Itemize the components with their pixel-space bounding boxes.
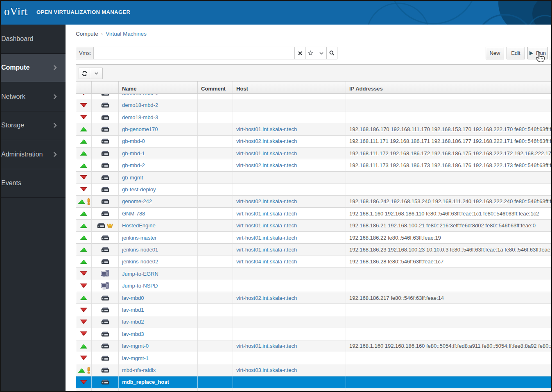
table-row-jenkins-master[interactable]: jenkins-mastervirt-host01.int.skala-r.te… (76, 232, 551, 244)
vm-name-link[interactable]: Jump-to-EGRN (122, 271, 158, 277)
caret-down-icon (95, 72, 98, 75)
vm-name-link[interactable]: genome-242 (122, 198, 152, 204)
new-vm-button[interactable]: New (486, 47, 504, 59)
table-row-HostedEngine[interactable]: HostedEnginevirt-host01.int.skala-r.tech… (76, 220, 551, 231)
run-vm-button[interactable]: Run (527, 47, 548, 59)
vm-name-link[interactable]: gb-test-deploy (122, 186, 156, 193)
vm-name-link[interactable]: mbd-nfs-raidix (122, 367, 156, 373)
host-link[interactable]: virt-host02.int.skala-r.tech (236, 295, 297, 301)
host-link[interactable]: virt-host01.int.skala-r.tech (236, 126, 297, 132)
table-row-lav-mgmt-0[interactable]: lav-mgmt-0virt-host01.int.skala-r.tech19… (76, 340, 551, 352)
vm-name-link[interactable]: demo18-mbd-2 (122, 102, 158, 108)
search-history-button[interactable] (316, 47, 326, 59)
vm-name-link[interactable]: lav-mbd0 (122, 295, 144, 301)
host-link[interactable]: virt-host01.int.skala-r.tech (236, 211, 297, 217)
sidebar-item-storage[interactable]: Storage (1, 111, 66, 140)
vm-name-link[interactable]: lav-mbd2 (122, 319, 144, 325)
table-row-gb-mbd-2[interactable]: gb-mbd-2virt-host02.int.skala-r.tech192.… (76, 159, 551, 171)
breadcrumb-page[interactable]: Virtual Machines (106, 31, 147, 37)
vm-icon (101, 211, 109, 216)
table-row-lav-mbd2[interactable]: lav-mbd2 (76, 316, 551, 328)
column-name[interactable]: Name (119, 82, 198, 93)
cell-type-icon (92, 340, 119, 352)
sidebar-item-events[interactable]: Events (1, 169, 66, 198)
table-row-jenkins-node01[interactable]: jenkins-node01virt-host01.int.skala-r.te… (76, 244, 551, 256)
column-ip-addresses[interactable]: IP Addresses (346, 82, 551, 93)
sidebar-item-label: Events (1, 179, 21, 187)
table-row-demo18-mbd-3[interactable]: demo18-mbd-3 (76, 111, 551, 123)
search-submit-button[interactable] (326, 47, 337, 59)
table-row-lav-mbd0[interactable]: lav-mbd0virt-host02.int.skala-r.tech192.… (76, 292, 551, 304)
cell-name: jenkins-node01 (119, 244, 198, 256)
table-row-lav-mbd1[interactable]: lav-mbd1 (76, 304, 551, 316)
cell-ip-addresses (346, 316, 551, 328)
table-row-genome-242[interactable]: genome-242virt-host02.int.skala-r.tech19… (76, 196, 551, 208)
sidebar-item-administration[interactable]: Administration (1, 140, 66, 169)
table-row-Jump-to-NSPD[interactable]: Jump-to-NSPD (76, 280, 551, 292)
table-row-Jump-to-EGRN[interactable]: Jump-to-EGRN (76, 268, 551, 280)
table-row-jenkins-node02[interactable]: jenkins-node02virt-host04.int.skala-r.te… (76, 256, 551, 268)
table-row-lav-mgmt-1[interactable]: lav-mgmt-1 (76, 352, 551, 364)
breadcrumb-separator-icon: › (101, 31, 103, 37)
vm-name-link[interactable]: gb-mbd-0 (122, 138, 145, 144)
table-row-gb-mgmt[interactable]: gb-mgmt (76, 172, 551, 184)
cell-ip-addresses (346, 376, 551, 388)
table-row-gb-test-deploy[interactable]: gb-test-deploy (76, 184, 551, 195)
column-type[interactable] (92, 82, 119, 93)
host-link[interactable]: virt-host02.int.skala-r.tech (236, 198, 297, 204)
host-link[interactable]: virt-host01.int.skala-r.tech (236, 343, 297, 349)
sidebar-item-dashboard[interactable]: Dashboard (1, 25, 66, 54)
search-input[interactable] (94, 47, 294, 59)
table-row-mbd-nfs-raidix[interactable]: mbd-nfs-raidixvirt-host03.int.skala-r.te… (76, 364, 551, 376)
sidebar-item-network[interactable]: Network (1, 82, 66, 111)
column-status[interactable] (76, 82, 92, 93)
vm-name-link[interactable]: jenkins-node01 (122, 247, 158, 253)
vm-name-link[interactable]: demo18-mbd-3 (122, 114, 158, 120)
refresh-button[interactable] (79, 68, 90, 79)
table-row-gb-mbd-1[interactable]: gb-mbd-1virt-host01.int.skala-r.tech192.… (76, 147, 551, 159)
host-link[interactable]: virt-host01.int.skala-r.tech (236, 235, 297, 241)
host-link[interactable]: virt-host02.int.skala-r.tech (236, 138, 297, 144)
vm-name-link[interactable]: gb-mbd-2 (122, 162, 145, 168)
search-clear-button[interactable] (294, 47, 305, 59)
column-comment[interactable]: Comment (198, 82, 233, 93)
refresh-menu-button[interactable] (90, 68, 102, 79)
host-link[interactable]: virt-host01.int.skala-r.tech (236, 222, 297, 229)
table-row-GNM-788[interactable]: GNM-788virt-host01.int.skala-r.tech192.1… (76, 208, 551, 220)
table-row-demo18-mbd-2[interactable]: demo18-mbd-2 (76, 99, 551, 111)
vm-name-link[interactable]: jenkins-master (122, 235, 157, 241)
search-bookmark-button[interactable] (305, 47, 316, 59)
host-link[interactable]: virt-host04.int.skala-r.tech (236, 258, 297, 265)
host-link[interactable]: virt-host03.int.skala-r.tech (236, 367, 297, 373)
vm-name-link[interactable]: HostedEngine (122, 222, 156, 229)
vm-name-link[interactable]: gb-mgmt (122, 174, 143, 181)
vm-name-link[interactable]: GNM-788 (122, 211, 145, 217)
vm-name-link[interactable]: gb-mbd-1 (122, 150, 145, 156)
vm-name-link[interactable]: jenkins-node02 (122, 258, 158, 265)
vm-name-link[interactable]: gb-genome170 (122, 126, 158, 132)
vm-name-link[interactable]: lav-mgmt-1 (122, 355, 149, 361)
vm-name-link[interactable]: lav-mbd1 (122, 307, 144, 313)
table-row-gb-genome170[interactable]: gb-genome170virt-host01.int.skala-r.tech… (76, 123, 551, 135)
vm-name-link[interactable]: lav-mgmt-0 (122, 343, 149, 349)
sidebar-item-compute[interactable]: Compute (1, 54, 66, 83)
host-link[interactable]: virt-host02.int.skala-r.tech (236, 162, 297, 168)
cell-type-icon (92, 280, 119, 292)
edit-vm-button[interactable]: Edit (507, 47, 525, 59)
cell-status (76, 268, 92, 280)
table-row-lav-mbd3[interactable]: lav-mbd3 (76, 328, 551, 340)
column-host[interactable]: Host (233, 82, 346, 93)
vm-name-link[interactable]: demo18-mbd-1 (122, 94, 158, 96)
table-row-demo18-mbd-1[interactable]: demo18-mbd-1 (76, 94, 551, 99)
table-row-empty[interactable] (76, 388, 551, 391)
clear-x-icon (298, 51, 302, 55)
vm-name-link[interactable]: mdb_replace_host (122, 379, 169, 385)
host-link[interactable]: virt-host01.int.skala-r.tech (236, 150, 297, 156)
table-row-mdb_replace_host[interactable]: mdb_replace_host (76, 376, 551, 388)
breadcrumb-section[interactable]: Compute (76, 31, 98, 37)
host-link[interactable]: virt-host01.int.skala-r.tech (236, 247, 297, 253)
vm-name-link[interactable]: Jump-to-NSPD (122, 283, 158, 289)
vm-icon (101, 356, 109, 361)
vm-name-link[interactable]: lav-mbd3 (122, 331, 144, 337)
table-row-gb-mbd-0[interactable]: gb-mbd-0virt-host02.int.skala-r.tech192.… (76, 136, 551, 147)
